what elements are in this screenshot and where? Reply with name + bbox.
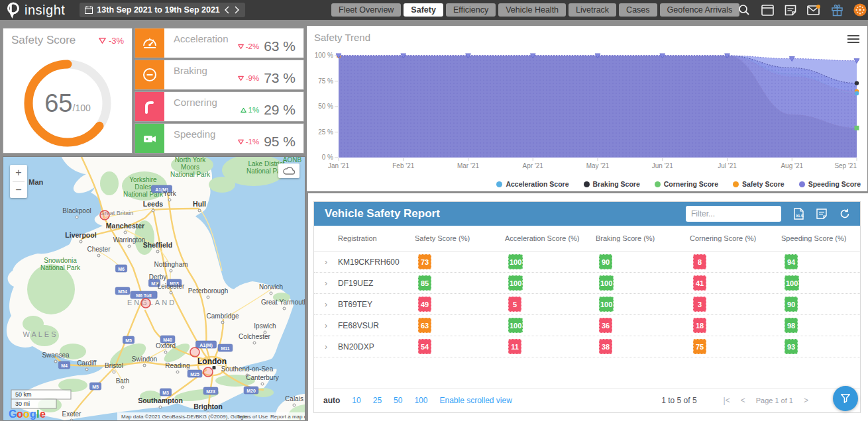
safety-score-gauge: 65 /100 bbox=[18, 54, 117, 153]
tab-vehicle-health[interactable]: Vehicle Health bbox=[498, 3, 566, 17]
kpi-card-acceleration[interactable]: Acceleration-2%63 % bbox=[135, 28, 304, 58]
map-vehicle-marker[interactable] bbox=[203, 367, 213, 377]
tab-geofence-arrivals[interactable]: Geofence Arrivals bbox=[660, 3, 740, 17]
map-city-label: Peterborough bbox=[188, 287, 229, 295]
tab-safety[interactable]: Safety bbox=[404, 3, 443, 17]
table-row[interactable]: ›DF19UEZ8510010041100 bbox=[314, 273, 860, 294]
safety-trend-panel: Safety Trend 100 %75 %50 %25 %0 %Jan '21… bbox=[306, 25, 868, 192]
map-zoom-control: + − bbox=[10, 165, 27, 198]
legend-braking-score[interactable]: Braking Score bbox=[584, 180, 640, 188]
map-city-label: Hull bbox=[193, 200, 206, 208]
camera-icon bbox=[135, 124, 164, 153]
map-city-label: Derby bbox=[149, 273, 167, 281]
map-motorway-label: M23 bbox=[206, 389, 215, 394]
map-motorway-label: M3 bbox=[162, 391, 169, 395]
score-badge: 98 bbox=[785, 318, 798, 333]
column-header[interactable]: Acceleration Score (%) bbox=[505, 234, 596, 242]
tab-fleet-overview[interactable]: Fleet Overview bbox=[331, 3, 401, 17]
next-page-icon[interactable]: > bbox=[804, 396, 808, 405]
map-park-label: National Park bbox=[40, 264, 81, 271]
filter-fab-button[interactable] bbox=[833, 386, 858, 411]
map-terms-link[interactable]: Terms of Use bbox=[237, 414, 268, 420]
enable-scrolled-view-link[interactable]: Enable scrolled view bbox=[439, 396, 512, 405]
tab-livetrack[interactable]: Livetrack bbox=[569, 3, 616, 17]
page-size-50[interactable]: 50 bbox=[394, 396, 402, 405]
first-page-icon[interactable]: |< bbox=[724, 396, 730, 405]
svg-text:XLS: XLS bbox=[796, 214, 804, 218]
map-city-label: Liverpool bbox=[65, 231, 96, 239]
map-motorway-label: M40 bbox=[163, 338, 172, 342]
map-city-label: Swindon bbox=[132, 355, 157, 363]
legend-speeding-score[interactable]: Speeding Score bbox=[799, 180, 861, 188]
triangle-down-icon bbox=[98, 37, 107, 44]
score-badge: 100 bbox=[599, 297, 614, 312]
speedometer-icon bbox=[135, 28, 164, 58]
vehicle-safety-report-panel: Vehicle Safety Report XLS RegistrationSa… bbox=[313, 201, 861, 413]
map-city-label: Colchester bbox=[239, 333, 270, 340]
tab-efficiency[interactable]: Efficiency bbox=[446, 3, 496, 17]
search-icon[interactable] bbox=[737, 3, 751, 17]
column-header[interactable]: Speeding Score (%) bbox=[781, 234, 860, 242]
legend-cornering-score[interactable]: Cornering Score bbox=[655, 180, 718, 188]
map-park-label: Snowdonia bbox=[44, 257, 77, 264]
column-header[interactable]: Safety Score (%) bbox=[415, 234, 505, 242]
column-header[interactable]: Cornering Score (%) bbox=[690, 234, 781, 242]
gift-icon[interactable] bbox=[830, 3, 843, 17]
page-size-10[interactable]: 10 bbox=[352, 396, 360, 405]
map-vehicle-marker[interactable] bbox=[141, 299, 150, 308]
map-zoom-out-button[interactable]: − bbox=[10, 182, 27, 199]
column-header[interactable]: Braking Score (%) bbox=[596, 234, 690, 242]
report-notes-icon[interactable] bbox=[816, 208, 828, 220]
table-row[interactable]: ›BT69TEY495100390 bbox=[314, 294, 860, 315]
table-row[interactable]: ›BN20DXP5411387593 bbox=[314, 336, 860, 357]
map-attribution: Map data ©2021 GeoBasis-DE/BKG (©2009), … bbox=[121, 414, 248, 420]
map-cloud-button[interactable] bbox=[278, 164, 299, 178]
tab-cases[interactable]: Cases bbox=[619, 3, 657, 17]
row-expand-icon[interactable]: › bbox=[314, 279, 338, 288]
table-row[interactable]: ›KM19CKFRH6007310090894 bbox=[314, 252, 860, 273]
map[interactable]: + − bbox=[3, 156, 305, 421]
refresh-icon[interactable] bbox=[839, 208, 851, 220]
map-canvas[interactable]: Lake DistrictNational ParkAONBNorth York… bbox=[3, 157, 305, 420]
date-next-icon[interactable] bbox=[234, 6, 240, 14]
kpi-card-cornering[interactable]: Cornering1%29 % bbox=[135, 91, 304, 122]
column-header[interactable]: Registration bbox=[338, 234, 415, 242]
row-expand-icon[interactable]: › bbox=[314, 257, 338, 267]
kpi-card-speeding[interactable]: Speeding-1%95 % bbox=[135, 123, 304, 154]
kpi-label: Cornering bbox=[174, 97, 217, 108]
map-vehicle-marker[interactable] bbox=[100, 210, 109, 220]
filter-input[interactable] bbox=[686, 206, 781, 222]
date-prev-icon[interactable] bbox=[224, 6, 230, 14]
row-expand-icon[interactable]: › bbox=[314, 300, 338, 309]
window-icon[interactable] bbox=[761, 3, 774, 17]
pagination: |< < Page 1 of 1 > bbox=[724, 396, 808, 405]
safety-score-value: 65 bbox=[44, 89, 72, 118]
map-zoom-in-button[interactable]: + bbox=[10, 165, 27, 181]
legend-acceleration-score[interactable]: Acceleration Score bbox=[496, 180, 569, 188]
map-report-error-link[interactable]: Report a map error bbox=[270, 414, 305, 420]
notes-icon[interactable] bbox=[784, 3, 797, 17]
score-badge: 75 bbox=[693, 339, 706, 354]
x-axis-label: Aug '21 bbox=[781, 162, 803, 169]
date-range-picker[interactable]: 13th Sep 2021 to 19th Sep 2021 bbox=[80, 3, 245, 17]
page-size-100[interactable]: 100 bbox=[414, 396, 427, 405]
row-expand-icon[interactable]: › bbox=[314, 321, 338, 330]
kpi-delta: -2% bbox=[237, 42, 259, 50]
page-size-25[interactable]: 25 bbox=[373, 396, 382, 405]
map-vehicle-marker[interactable] bbox=[190, 348, 199, 357]
page-size-auto[interactable]: auto bbox=[323, 396, 340, 405]
kpi-card-braking[interactable]: Braking-9%73 % bbox=[135, 60, 304, 90]
export-icon[interactable]: XLS bbox=[792, 208, 804, 220]
cornering-icon bbox=[135, 92, 164, 121]
table-row[interactable]: ›FE68VSUR63100361898 bbox=[314, 315, 860, 336]
prev-page-icon[interactable]: < bbox=[741, 396, 745, 405]
chart-menu-icon[interactable] bbox=[847, 35, 859, 45]
row-expand-icon[interactable]: › bbox=[314, 342, 338, 351]
legend-safety-score[interactable]: Safety Score bbox=[733, 180, 785, 188]
mail-icon[interactable] bbox=[807, 3, 820, 17]
map-city-label: Sheffield bbox=[143, 241, 172, 249]
avatar[interactable] bbox=[853, 3, 867, 17]
map-city-label: York bbox=[163, 190, 177, 197]
chart-legend: Acceleration ScoreBraking ScoreCornering… bbox=[496, 180, 861, 188]
kpi-delta: -9% bbox=[237, 74, 259, 82]
